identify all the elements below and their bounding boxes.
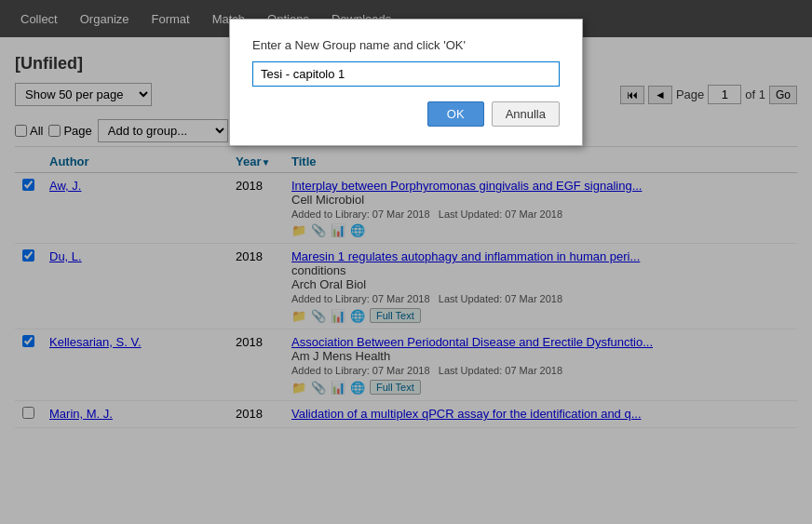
modal-overlay: Enter a New Group name and click 'OK' OK…	[0, 0, 812, 524]
modal-group-name-input[interactable]	[252, 61, 560, 87]
modal-dialog: Enter a New Group name and click 'OK' OK…	[229, 19, 583, 146]
modal-cancel-button[interactable]: Annulla	[492, 101, 560, 127]
modal-buttons: OK Annulla	[252, 101, 560, 127]
modal-title: Enter a New Group name and click 'OK'	[252, 38, 560, 52]
modal-ok-button[interactable]: OK	[427, 101, 484, 127]
